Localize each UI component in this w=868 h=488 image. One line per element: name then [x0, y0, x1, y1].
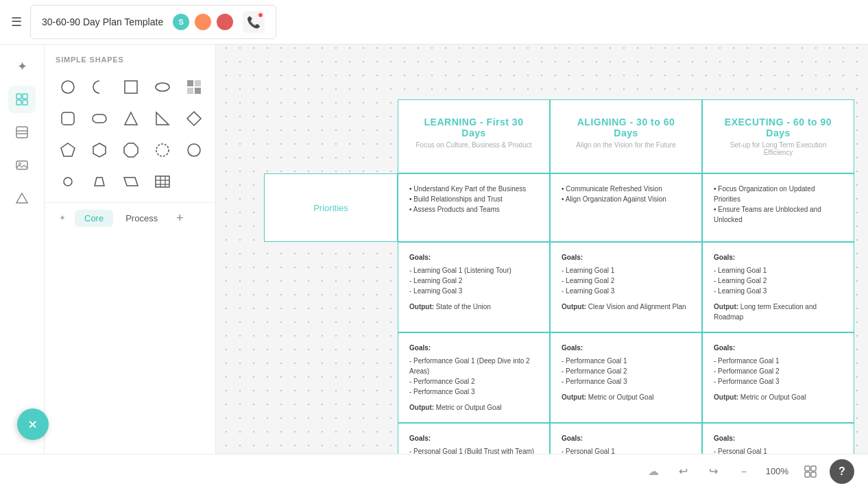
cloud-sync-icon[interactable]: ☁: [642, 461, 664, 483]
shape-right-triangle[interactable]: [147, 103, 178, 134]
svg-rect-2: [16, 100, 21, 105]
shape-circle[interactable]: [53, 72, 83, 102]
table-header: LEARNING - First 30 Days Focus on Cultur…: [264, 99, 854, 173]
title-box: 30-60-90 Day Plan Template S 📞: [30, 5, 276, 39]
shape-rounded-square[interactable]: [53, 103, 83, 134]
grid-view-button[interactable]: [799, 461, 821, 483]
personal-goals-label-c1: Goals:: [409, 433, 538, 443]
priorities-cell-3[interactable]: • Focus Organization on Updated Prioriti…: [702, 173, 854, 242]
undo-button[interactable]: ↩: [673, 461, 695, 483]
svg-marker-21: [187, 112, 201, 125]
svg-rect-15: [187, 88, 193, 94]
col3-subtitle: Set-up for Long Term Execution Efficienc…: [716, 141, 840, 156]
svg-rect-1: [23, 94, 27, 99]
learning-cell-2[interactable]: Goals: - Learning Goal 1- Learning Goal …: [550, 242, 702, 332]
help-button[interactable]: ?: [830, 459, 854, 484]
learning-goals-text-c2: - Learning Goal 1- Learning Goal 2- Lear…: [562, 265, 690, 296]
shape-empty: [179, 167, 209, 197]
redo-button[interactable]: ↪: [703, 461, 725, 483]
sidebar-icon-star[interactable]: ✦: [8, 53, 36, 80]
shape-pentagon[interactable]: [53, 135, 83, 165]
call-notification-dot: [258, 12, 263, 18]
svg-point-8: [19, 163, 21, 165]
personal-goals-label-c2: Goals:: [562, 433, 690, 443]
svg-rect-0: [16, 94, 21, 99]
shape-circle-outline[interactable]: [179, 135, 209, 165]
canvas-area: LEARNING - First 30 Days Focus on Cultur…: [216, 45, 868, 488]
svg-marker-23: [93, 143, 106, 157]
col1-subtitle: Focus on Culture, Business & Product: [412, 141, 535, 149]
avatar-c: [215, 12, 234, 32]
learning-goals-row: Goals: - Learning Goal 1 (Listening Tour…: [264, 242, 854, 332]
shape-oval[interactable]: [147, 72, 178, 102]
priorities-cell-2[interactable]: • Communicate Refreshed Vision • Align O…: [550, 173, 702, 242]
svg-marker-9: [16, 193, 27, 203]
sidebar-icon-grid[interactable]: [8, 119, 36, 146]
perf-goals-label-c1: Goals:: [409, 343, 538, 353]
header-empty-cell: [264, 99, 398, 173]
perf-goals-label-c3: Goals:: [714, 343, 843, 353]
shape-trapezoid[interactable]: [84, 167, 114, 197]
perf-cell-2[interactable]: Goals: - Performance Goal 1- Performance…: [550, 332, 702, 423]
shape-octagon[interactable]: [116, 135, 146, 165]
shape-12gon[interactable]: [147, 135, 178, 165]
priorities-label: Priorities: [313, 203, 348, 213]
learning-output-c2: Output: Clear Vision and Alignment Plan: [562, 302, 690, 312]
perf-cell-3[interactable]: Goals: - Performance Goal 1- Performance…: [702, 332, 854, 423]
col2-title: ALIGNING - 30 to 60 Days: [564, 117, 688, 138]
add-tab-button[interactable]: +: [170, 208, 189, 228]
shapes-star-icon: ✦: [53, 208, 72, 228]
svg-rect-16: [195, 88, 201, 94]
svg-marker-29: [124, 178, 138, 186]
svg-point-26: [188, 144, 200, 156]
perf-cell-1[interactable]: Goals: - Performance Goal 1 (Deep Dive i…: [398, 332, 550, 423]
sidebar-icon-image[interactable]: [8, 151, 36, 179]
svg-marker-19: [125, 112, 137, 125]
shape-table[interactable]: [147, 167, 178, 197]
shape-diamond[interactable]: [179, 103, 209, 134]
tab-core[interactable]: Core: [75, 210, 113, 227]
svg-rect-30: [156, 176, 169, 187]
learning-goals-label-c1: Goals:: [409, 252, 538, 263]
menu-icon[interactable]: ☰: [11, 14, 22, 29]
topbar: ☰ 30-60-90 Day Plan Template S 📞: [0, 0, 868, 45]
bottom-toolbar: ☁ ↩ ↪ − 100% ?: [0, 454, 868, 488]
learning-cell-3[interactable]: Goals: - Learning Goal 1- Learning Goal …: [702, 242, 854, 332]
shape-crescent[interactable]: [84, 72, 114, 102]
svg-rect-38: [811, 472, 816, 477]
header-col-1: LEARNING - First 30 Days Focus on Cultur…: [398, 99, 550, 173]
priorities-label-cell: Priorities: [264, 173, 398, 242]
priorities-row: Priorities • Understand Key Part of the …: [264, 173, 854, 242]
zoom-out-button[interactable]: −: [733, 461, 755, 483]
svg-point-12: [156, 83, 169, 91]
collaborator-avatars: S: [171, 12, 234, 32]
shape-square[interactable]: [116, 72, 146, 102]
learning-goals-text-c1: - Learning Goal 1 (Listening Tour)- Lear…: [409, 265, 538, 296]
shape-parallelogram[interactable]: [116, 167, 146, 197]
svg-point-27: [64, 178, 72, 186]
shape-hexagon[interactable]: [84, 135, 114, 165]
tab-process[interactable]: Process: [116, 210, 167, 227]
learning-cell-1[interactable]: Goals: - Learning Goal 1 (Listening Tour…: [398, 242, 550, 332]
call-button[interactable]: 📞: [243, 11, 265, 33]
svg-rect-18: [93, 114, 106, 123]
learning-output-c1: Output: State of the Union: [409, 302, 538, 312]
learning-output-c3: Output: Long term Execution and Roadmap: [714, 302, 843, 322]
perf-goals-text-c1: - Performance Goal 1 (Deep Dive into 2 A…: [409, 356, 538, 397]
shape-small-circle[interactable]: [53, 167, 83, 197]
perf-goals-text-c2: - Performance Goal 1- Performance Goal 2…: [562, 356, 690, 387]
shape-rounded-rect[interactable]: [84, 103, 114, 134]
priorities-cell-1[interactable]: • Understand Key Part of the Business • …: [398, 173, 550, 242]
svg-rect-7: [16, 161, 27, 169]
shapes-grid: [45, 69, 215, 199]
sidebar-icon-shapes[interactable]: [8, 86, 36, 113]
document-title: 30-60-90 Day Plan Template: [42, 16, 163, 27]
shape-panel: SIMPLE SHAPES: [45, 45, 216, 488]
zoom-level: 100%: [763, 466, 791, 476]
shape-grid-fill[interactable]: [179, 72, 209, 102]
sidebar-icon-triangle[interactable]: [8, 184, 36, 212]
header-col-2: ALIGNING - 30 to 60 Days Align on the Vi…: [550, 99, 702, 173]
svg-rect-36: [811, 466, 816, 471]
shape-triangle[interactable]: [116, 103, 146, 134]
svg-rect-13: [187, 80, 193, 86]
